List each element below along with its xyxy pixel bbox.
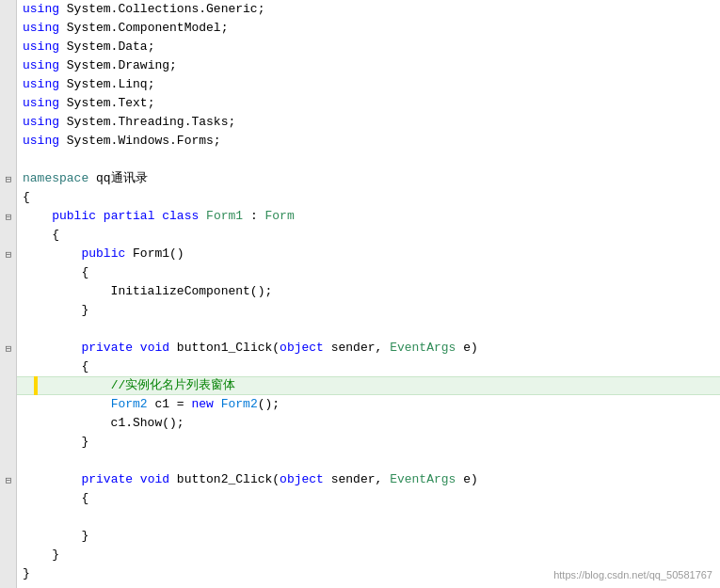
code-line-10: namespace qq通讯录	[17, 169, 720, 188]
gutter-line-20	[0, 358, 17, 376]
gutter-line-6	[0, 94, 17, 113]
gutter: ⊟⊟⊟⊟⊟	[0, 0, 17, 588]
code-line-20: {	[17, 358, 720, 376]
gutter-line-4	[0, 56, 17, 75]
code-line-12: public partial class Form1 : Form	[17, 207, 720, 226]
code-line-18	[17, 320, 720, 339]
gutter-line-27	[0, 489, 17, 508]
gutter-line-12[interactable]: ⊟	[0, 207, 17, 226]
code-line-15: {	[17, 263, 720, 282]
code-line-1: using System.Collections.Generic;	[17, 0, 720, 19]
code-line-6: using System.Text;	[17, 94, 720, 113]
gutter-line-25	[0, 452, 17, 470]
code-line-23: c1.Show();	[17, 414, 720, 433]
watermark: https://blog.csdn.net/qq_50581767	[553, 569, 712, 580]
gutter-line-3	[0, 38, 17, 56]
gutter-line-16	[0, 282, 17, 301]
code-line-29: }	[17, 527, 720, 546]
code-line-25	[17, 452, 720, 470]
gutter-line-21	[0, 376, 17, 395]
gutter-line-18	[0, 320, 17, 339]
code-line-28	[17, 508, 720, 527]
gutter-line-17	[0, 301, 17, 320]
gutter-line-10[interactable]: ⊟	[0, 169, 17, 188]
gutter-line-14[interactable]: ⊟	[0, 245, 17, 263]
code-editor: ⊟⊟⊟⊟⊟ using System.Collections.Generic;u…	[0, 0, 720, 588]
code-line-9	[17, 151, 720, 169]
gutter-line-11	[0, 188, 17, 207]
code-line-4: using System.Drawing;	[17, 56, 720, 75]
gutter-line-26[interactable]: ⊟	[0, 470, 17, 489]
code-line-27: {	[17, 489, 720, 508]
code-line-7: using System.Threading.Tasks;	[17, 113, 720, 132]
code-content[interactable]: using System.Collections.Generic;using S…	[17, 0, 720, 588]
code-line-8: using System.Windows.Forms;	[17, 132, 720, 151]
gutter-line-31	[0, 564, 17, 583]
gutter-line-13	[0, 226, 17, 245]
gutter-line-22	[0, 395, 17, 414]
gutter-line-8	[0, 132, 17, 151]
code-line-14: public Form1()	[17, 245, 720, 263]
code-line-17: }	[17, 301, 720, 320]
gutter-line-9	[0, 151, 17, 169]
gutter-line-15	[0, 263, 17, 282]
code-line-16: InitializeComponent();	[17, 282, 720, 301]
code-line-5: using System.Linq;	[17, 75, 720, 94]
code-line-2: using System.ComponentModel;	[17, 19, 720, 38]
code-line-30: }	[17, 546, 720, 564]
code-line-22: Form2 c1 = new Form2();	[17, 395, 720, 414]
gutter-line-5	[0, 75, 17, 94]
code-line-26: private void button2_Click(object sender…	[17, 470, 720, 489]
code-line-11: {	[17, 188, 720, 207]
gutter-line-23	[0, 414, 17, 433]
code-line-21: //实例化名片列表窗体	[17, 376, 720, 395]
gutter-line-28	[0, 508, 17, 527]
code-line-13: {	[17, 226, 720, 245]
code-line-19: private void button1_Click(object sender…	[17, 339, 720, 358]
gutter-line-1	[0, 0, 17, 19]
gutter-line-30	[0, 546, 17, 564]
code-line-24: }	[17, 433, 720, 452]
code-line-3: using System.Data;	[17, 38, 720, 56]
gutter-line-7	[0, 113, 17, 132]
gutter-line-2	[0, 19, 17, 38]
gutter-line-29	[0, 527, 17, 546]
gutter-line-19[interactable]: ⊟	[0, 339, 17, 358]
gutter-line-24	[0, 433, 17, 452]
